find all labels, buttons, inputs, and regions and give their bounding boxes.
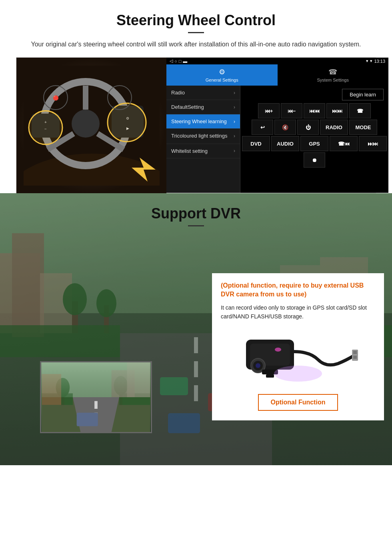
ctrl-vol-up[interactable]: ⏮+ (258, 103, 280, 118)
ctrl-row-4: ⏺ (242, 152, 387, 168)
menu-item-steering[interactable]: Steering Wheel learning › (166, 114, 240, 129)
android-ui-panel: ◁ ○ □ ▬ ▾ ▾ 13:13 ⚙ General Settings ☎ S… (166, 58, 388, 193)
dvr-camera-illustration (221, 328, 375, 388)
steering-section: Steering Wheel Control Your original car… (0, 0, 392, 193)
signal-icon: ▾ (366, 58, 368, 64)
svg-rect-63 (353, 351, 357, 354)
dvr-background: Support DVR (0, 193, 392, 465)
tab-system-settings[interactable]: ☎ System Settings (278, 64, 389, 86)
wifi-icon: ▾ (370, 58, 372, 64)
svg-point-60 (256, 363, 260, 368)
dvr-preview-svg (41, 362, 151, 432)
ctrl-next-track[interactable]: ⏭⏭ (359, 136, 387, 151)
status-time: 13:13 (374, 59, 385, 64)
svg-point-31 (63, 283, 87, 315)
steering-wheel-mockup: + − ⚙ ▶ 🔴 (16, 58, 166, 194)
menu-item-whitelist[interactable]: Whitelist setting › (166, 144, 240, 158)
nav-home-icon[interactable]: ○ (174, 59, 177, 64)
menu-item-radio[interactable]: Radio › (166, 86, 240, 100)
ctrl-row-3: DVD AUDIO GPS ☎⏮ ⏭⏭ (242, 136, 387, 151)
system-icon: ☎ (328, 68, 337, 76)
steering-title: Steering Wheel Control (16, 12, 376, 29)
svg-point-13 (29, 111, 62, 144)
gear-icon: ⚙ (219, 68, 225, 76)
dvr-preview-image (40, 361, 152, 433)
svg-rect-24 (194, 385, 198, 401)
svg-rect-22 (194, 337, 198, 353)
menu-whitelist-label: Whitelist setting (171, 148, 208, 154)
dvr-title: Support DVR (0, 205, 392, 222)
begin-learn-button[interactable]: Begin learn (342, 89, 384, 100)
svg-rect-50 (77, 413, 98, 426)
chevron-icon: › (234, 119, 235, 124)
nav-recent-icon[interactable]: □ (179, 59, 182, 64)
steering-photo: + − ⚙ ▶ 🔴 (16, 58, 166, 194)
svg-text:🔴: 🔴 (52, 95, 58, 101)
dvr-title-divider (188, 225, 204, 226)
chevron-icon: › (234, 148, 235, 154)
steering-subtitle: Your original car's steering wheel contr… (24, 40, 368, 49)
nav-back-icon[interactable]: ◁ (170, 58, 173, 64)
svg-rect-64 (353, 356, 357, 359)
svg-point-3 (72, 110, 100, 138)
ctrl-mode[interactable]: MODE (349, 120, 377, 135)
tab-general-settings[interactable]: ⚙ General Settings (166, 64, 278, 86)
ctrl-row-1: ⏮+ ⏮− ⏮⏮ ⏭⏭ ☎ (242, 103, 387, 118)
svg-rect-34 (168, 413, 200, 433)
controls-panel: Begin learn ⏮+ ⏮− ⏮⏮ ⏭⏭ ☎ ↩ 🔇 ⏻ (240, 86, 388, 193)
chevron-icon: › (234, 104, 235, 110)
svg-rect-26 (12, 233, 44, 337)
ctrl-radio[interactable]: RADIO (320, 120, 348, 135)
svg-rect-55 (42, 362, 150, 397)
dvr-camera-svg (238, 328, 358, 388)
steering-wheel-svg: + − ⚙ ▶ 🔴 (24, 66, 160, 186)
menu-steering-label: Steering Wheel learning (171, 118, 227, 124)
begin-learn-row: Begin learn (242, 87, 387, 102)
steering-content: + − ⚙ ▶ 🔴 (16, 57, 376, 193)
menu-list: Radio › DefaultSetting › Steering Wheel … (166, 86, 240, 193)
menu-item-default[interactable]: DefaultSetting › (166, 100, 240, 114)
android-menu: Radio › DefaultSetting › Steering Wheel … (166, 86, 388, 193)
nav-menu-icon[interactable]: ▬ (183, 59, 187, 64)
ctrl-vol-down[interactable]: ⏮− (281, 103, 302, 118)
optional-function-button[interactable]: Optional Function (258, 394, 338, 411)
svg-rect-42 (94, 401, 98, 409)
android-statusbar: ◁ ○ □ ▬ ▾ ▾ 13:13 (166, 58, 388, 64)
ctrl-gps[interactable]: GPS (300, 136, 328, 151)
svg-point-61 (275, 348, 281, 352)
menu-radio-label: Radio (171, 90, 185, 96)
dvr-info-title: (Optional function, require to buy exter… (221, 281, 375, 299)
ctrl-phone[interactable]: ☎ (349, 103, 371, 118)
dvr-preview-inner (41, 362, 151, 432)
svg-rect-36 (160, 377, 188, 395)
dvr-info-text: It can record video only to storage in G… (221, 303, 375, 321)
ctrl-back[interactable]: ↩ (252, 120, 273, 135)
dvr-section: Support DVR (0, 193, 392, 465)
svg-point-14 (108, 103, 146, 142)
ctrl-next[interactable]: ⏭⏭ (326, 103, 348, 118)
menu-default-label: DefaultSetting (171, 104, 204, 110)
ctrl-row-2: ↩ 🔇 ⏻ RADIO MODE (242, 120, 387, 135)
ctrl-prev[interactable]: ⏮⏮ (304, 103, 325, 118)
ctrl-record[interactable]: ⏺ (304, 152, 325, 168)
chevron-icon: › (234, 133, 235, 139)
svg-rect-23 (194, 361, 198, 377)
tab-system-label: System Settings (317, 78, 349, 82)
tab-general-label: General Settings (206, 78, 238, 82)
menu-item-tricoloured[interactable]: Tricoloured light settings › (166, 129, 240, 144)
dvr-info-box: (Optional function, require to buy exter… (212, 273, 384, 420)
svg-rect-66 (266, 374, 274, 378)
chevron-icon: › (234, 90, 235, 96)
android-tabs: ⚙ General Settings ☎ System Settings (166, 64, 388, 86)
ctrl-power[interactable]: ⏻ (297, 120, 319, 135)
svg-point-67 (274, 366, 322, 382)
svg-rect-37 (0, 325, 120, 357)
ctrl-phone-prev[interactable]: ☎⏮ (330, 136, 358, 151)
ctrl-dvd[interactable]: DVD (242, 136, 270, 151)
title-divider (188, 32, 204, 33)
ctrl-audio[interactable]: AUDIO (271, 136, 299, 151)
svg-point-33 (96, 289, 116, 317)
dvr-title-block: Support DVR (0, 193, 392, 230)
ctrl-mute[interactable]: 🔇 (274, 120, 296, 135)
menu-tricoloured-label: Tricoloured light settings (171, 133, 227, 140)
